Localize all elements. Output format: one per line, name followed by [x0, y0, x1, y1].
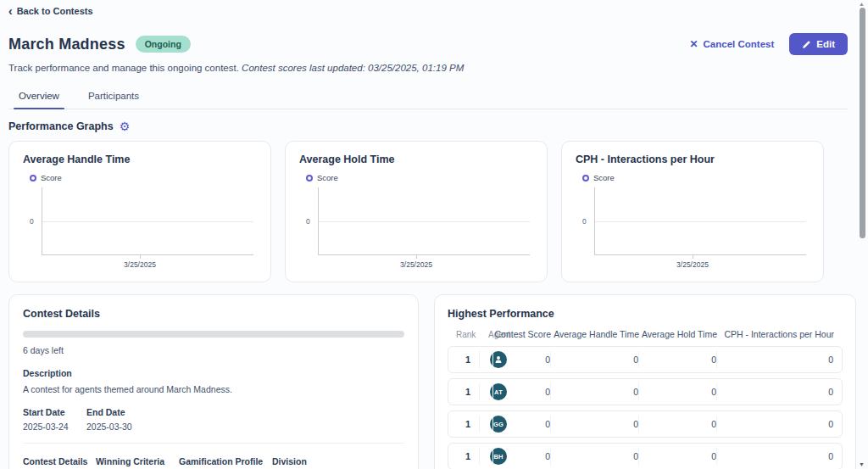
contest-score-value: 0 [492, 351, 550, 368]
contest-score-value: 0 [492, 448, 550, 465]
contest-details-card: Contest Details 6 days left Description … [8, 294, 419, 469]
description-text: A contest for agents themed around March… [23, 384, 404, 394]
col-contest-score: Contest Score [493, 329, 551, 339]
performance-graphs-title: Performance Graphs [8, 120, 114, 132]
gamification-profile-label: Gamification Profile [179, 456, 272, 466]
start-date-field: Start Date 2025-03-24 [23, 407, 86, 432]
back-to-contests-link[interactable]: ‹ Back to Contests [8, 6, 93, 16]
agent-cell: AT Ashley Timbrook [479, 383, 492, 400]
scrollbar-thumb[interactable] [860, 8, 865, 238]
handle-time-value: 0 [550, 383, 638, 400]
legend-item-score[interactable]: Score [582, 173, 810, 182]
handle-time-value: 0 [550, 416, 638, 433]
tab-bar: Overview Participants [8, 86, 848, 109]
hold-time-value: 0 [638, 416, 716, 433]
x-axis [42, 254, 253, 255]
chart-title: CPH - Interactions per Hour [576, 154, 810, 165]
page-title: March Madness [8, 36, 125, 53]
cph-value: 0 [716, 416, 833, 433]
agent-cell: Jaqueline Lopes [479, 351, 492, 368]
title-row: March Madness Ongoing ✕ Cancel Contest E… [8, 33, 848, 55]
description-block: Description A contest for agents themed … [23, 368, 404, 394]
y-axis-tick-label: 0 [582, 217, 587, 226]
y-axis [318, 187, 319, 255]
rank-value: 1 [457, 451, 479, 461]
agent-cell: GG Gladys Galabay [479, 416, 492, 433]
x-axis-tick [693, 255, 693, 259]
days-left-text: 6 days left [23, 345, 404, 355]
right-column: Highest Performance Rank Agent Contest S… [434, 294, 856, 469]
col-rank: Rank [456, 330, 478, 339]
contest-details-title: Contest Details [23, 308, 404, 320]
legend-item-score[interactable]: Score [306, 173, 533, 182]
pencil-icon [802, 40, 811, 49]
x-axis-tick-label: 3/25/2025 [299, 260, 533, 269]
y-axis-tick-label: 0 [30, 217, 34, 226]
subtitle-text: Track performance and manage this ongoin… [8, 63, 239, 73]
close-icon: ✕ [689, 38, 698, 50]
edit-button[interactable]: Edit [789, 33, 848, 55]
y-axis [42, 187, 42, 255]
rank-value: 1 [457, 355, 479, 365]
handle-time-value: 0 [550, 448, 638, 465]
highest-performance-title: Highest Performance [448, 308, 843, 320]
description-label: Description [23, 368, 404, 378]
header-actions: ✕ Cancel Contest Edit [689, 33, 848, 55]
x-axis-tick-label: 3/25/2025 [576, 260, 810, 269]
rank-value: 1 [457, 419, 479, 429]
legend-item-score[interactable]: Score [30, 173, 257, 182]
start-date-value: 2025-03-24 [23, 422, 86, 432]
agent-cell: BH bilal hussain [479, 448, 492, 465]
end-date-value: 2025-03-30 [86, 422, 132, 432]
x-axis [318, 254, 530, 255]
hold-time-value: 0 [638, 448, 716, 465]
edit-button-label: Edit [816, 39, 835, 49]
winning-criteria-label: Winning Criteria [96, 456, 179, 466]
legend-marker-icon [582, 175, 589, 181]
chevron-left-icon: ‹ [8, 7, 13, 15]
col-cph: CPH - Interactions per Hour [717, 329, 834, 339]
table-row: 1 AT Ashley Timbrook 0 0 0 0 [448, 378, 843, 405]
chart-plot-area: 0 3/25/2025 [299, 187, 533, 269]
chart-card-average-hold-time: Average Hold Time Score 0 3/25/2025 [285, 141, 548, 282]
legend-marker-icon [306, 175, 313, 181]
legend-label: Score [593, 173, 615, 182]
x-axis-tick [416, 255, 417, 259]
end-date-field: End Date 2025-03-30 [86, 407, 132, 432]
tab-participants[interactable]: Participants [86, 86, 141, 109]
cancel-contest-button[interactable]: ✕ Cancel Contest [689, 38, 774, 50]
col-agent: Agent [478, 330, 493, 339]
col-average-handle-time: Average Handle Time [551, 329, 639, 339]
gamification-profile-field: Gamification Profile Default [179, 456, 272, 469]
col-average-hold-time: Average Hold Time [639, 329, 717, 339]
gridline [42, 221, 253, 222]
charts-row: Average Handle Time Score 0 3/25/2025 Av… [8, 141, 824, 282]
cph-value: 0 [716, 383, 833, 400]
scroll-down-icon[interactable]: ▼ [859, 461, 865, 467]
page-subtitle: Track performance and manage this ongoin… [8, 63, 848, 73]
contest-progress-bar [23, 331, 404, 338]
table-row: 1 Jaqueline Lopes 0 0 0 0 [448, 346, 843, 373]
contest-score-value: 0 [492, 416, 550, 433]
cph-value: 0 [716, 351, 833, 368]
start-date-label: Start Date [23, 407, 86, 417]
tab-overview[interactable]: Overview [17, 86, 61, 109]
cancel-contest-label: Cancel Contest [704, 39, 775, 49]
contest-type-field: Contest Details Individual [23, 456, 96, 469]
scroll-up-icon[interactable]: ▲ [859, 1, 865, 7]
status-badge: Ongoing [136, 36, 191, 53]
legend-marker-icon [30, 175, 36, 181]
date-fields-row: Start Date 2025-03-24 End Date 2025-03-3… [23, 407, 404, 432]
last-updated-text: Contest scores last updated: 03/25/2025,… [242, 63, 464, 73]
chart-plot-area: 0 3/25/2025 [576, 187, 810, 269]
performance-graphs-header: Performance Graphs ⚙ [8, 120, 848, 132]
page: ‹ Back to Contests March Madness Ongoing… [0, 0, 856, 469]
x-axis-tick-label: 3/25/2025 [23, 260, 257, 269]
back-link-label: Back to Contests [17, 6, 93, 16]
chart-card-average-handle-time: Average Handle Time Score 0 3/25/2025 [8, 141, 271, 282]
divider [23, 443, 404, 444]
x-axis-tick [140, 255, 141, 259]
gear-icon[interactable]: ⚙ [120, 121, 131, 131]
legend-label: Score [317, 173, 338, 182]
gridline [318, 221, 530, 222]
